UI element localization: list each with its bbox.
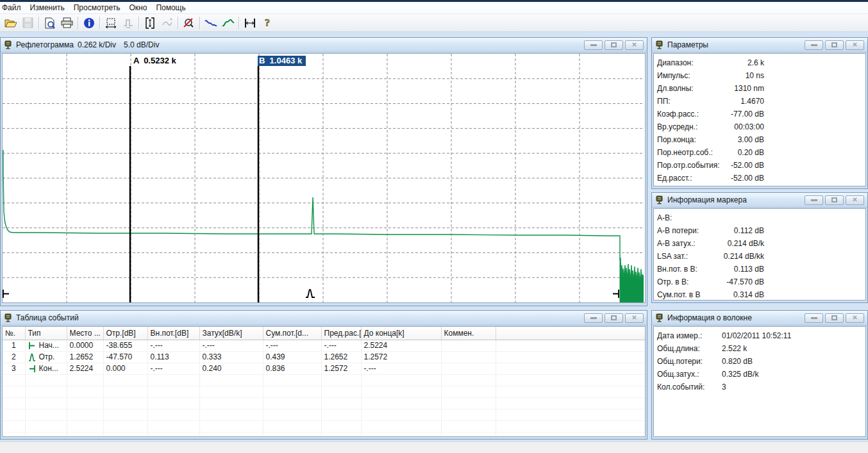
toolbar-separator [178, 17, 178, 29]
fiber-info-value: 0.325 dB/k [722, 368, 758, 381]
minimize-button[interactable] [805, 195, 823, 205]
window-icon [655, 40, 664, 49]
close-icon: ✕ [852, 315, 857, 321]
col-to-end[interactable]: До конца[k] [361, 327, 441, 340]
marker-distance-icon[interactable] [241, 15, 258, 31]
event-type[interactable]: Нач... [25, 340, 67, 351]
event-row[interactable]: 3 Кон... 2.5224 0.000 -.--- 0.240 0.836 … [3, 363, 646, 374]
close-button[interactable]: ✕ [625, 313, 644, 323]
fiber-info-window: Информация о волокне ✕ Дата измер.:01/02… [651, 310, 868, 440]
event-end-icon [610, 288, 621, 299]
marker-info-row: A-B затух.:0.214 dB/k [654, 237, 865, 250]
toolbar-separator [138, 17, 139, 29]
param-value: 1.4670 [654, 95, 764, 108]
col-location[interactable]: Место ... [67, 327, 103, 340]
marker-b-label[interactable]: B 1.0463 k [258, 56, 306, 66]
events-table-window: Таблица событий ✕ №. Тип Место ... Отр.[… [0, 310, 647, 440]
event-number[interactable]: 2 [3, 351, 25, 363]
toolbar-separator [199, 17, 200, 29]
minimize-button[interactable] [584, 313, 603, 323]
param-value: -52.00 dB [654, 159, 764, 172]
restore-button[interactable] [825, 313, 844, 323]
marker-info-value: 0.314 dB [654, 288, 764, 301]
col-number[interactable]: №. [3, 327, 25, 340]
menu-help[interactable]: Помощь [154, 2, 191, 14]
marker-info-window-titlebar[interactable]: Информация маркера ✕ [652, 193, 867, 208]
menu-view[interactable]: Просмотреть [72, 2, 126, 14]
window-icon [655, 313, 664, 322]
events-table: №. Тип Место ... Отр.[dB] Вн.пот.[dB] За… [3, 327, 646, 437]
event-row[interactable]: 1 Нач... 0.0000 -38.655 -.--- -.--- -.--… [3, 340, 646, 351]
col-reflection[interactable]: Отр.[dB] [103, 327, 147, 340]
restore-icon [611, 315, 617, 320]
restore-button[interactable] [825, 195, 844, 205]
help-icon[interactable]: ? [258, 15, 276, 31]
expand-horizontal-icon[interactable] [102, 15, 119, 31]
trace-scale-x: 0.262 k/Div [78, 40, 116, 49]
param-value: 1310 nm [654, 82, 764, 95]
close-button[interactable]: ✕ [846, 195, 864, 205]
scale-vertical-icon[interactable] [141, 15, 158, 31]
parameters-window-title: Параметры [667, 40, 708, 49]
trace-overlay-green-icon[interactable] [219, 15, 237, 31]
restore-button[interactable] [605, 40, 623, 50]
col-prev-dist[interactable]: Пред.рас.[k] [321, 327, 361, 340]
open-file-icon[interactable] [2, 15, 19, 31]
fiber-info-label: Дата измер.: [657, 331, 702, 340]
close-icon: ✕ [631, 42, 637, 48]
trace-overlay-blue-icon[interactable] [202, 15, 219, 31]
parameters-window-titlebar[interactable]: Параметры ✕ [652, 38, 867, 53]
zoom-off-icon[interactable] [180, 15, 197, 31]
restore-button[interactable] [825, 40, 844, 50]
col-type[interactable]: Тип [25, 327, 67, 340]
menu-edit[interactable]: Изменить [28, 2, 71, 14]
fiber-info-row: Общ.потери:0.820 dB [654, 355, 865, 368]
event-row[interactable]: 2 Отр. 1.2652 -47.570 0.113 0.333 0.439 … [3, 351, 646, 363]
menu-file[interactable]: Файл [0, 2, 27, 14]
shift-pulse-icon[interactable] [158, 15, 176, 31]
print-preview-icon[interactable] [41, 15, 58, 31]
trace-window: Рефлетограмма 0.262 k/Div 5.0 dB/Div ✕ A… [0, 37, 647, 306]
marker-a-label[interactable]: A 0.5232 k [133, 56, 176, 66]
col-cum-loss[interactable]: Сум.пот.[d... [263, 327, 321, 340]
event-type[interactable]: Отр. [25, 351, 67, 363]
param-value: 2.6 k [654, 56, 764, 69]
info-icon[interactable] [80, 15, 97, 31]
parameters-panel: Диапазон:2.6 k Импульс:10 ns Дл.волны:13… [653, 53, 866, 186]
col-comment[interactable]: Коммен. [441, 327, 496, 340]
event-number[interactable]: 1 [3, 340, 25, 351]
toolbar: ? [0, 14, 868, 32]
param-row: Пор.конца:3.00 dB [654, 133, 865, 146]
menu-window[interactable]: Окно [127, 2, 153, 14]
param-row: Ед.расст.:-52.00 dB [654, 172, 865, 185]
marker-info-row: Вн.пот. в B:0.113 dB [654, 263, 865, 276]
restore-button[interactable] [605, 313, 623, 323]
close-button[interactable]: ✕ [846, 313, 864, 323]
trace-plot-svg[interactable] [3, 54, 644, 302]
minimize-button[interactable] [584, 40, 603, 50]
trace-plot[interactable]: A 0.5232 k B 1.0463 k [2, 53, 646, 303]
marker-info-label: A-B: [657, 213, 672, 222]
save-icon[interactable] [19, 15, 37, 31]
col-splice-loss[interactable]: Вн.пот.[dB] [147, 327, 199, 340]
col-attenuation[interactable]: Затух[dB/k] [199, 327, 263, 340]
events-window-titlebar[interactable]: Таблица событий ✕ [1, 311, 647, 325]
minimize-button[interactable] [805, 313, 823, 323]
param-value: 10 ns [654, 69, 764, 82]
close-button[interactable]: ✕ [846, 40, 864, 50]
expand-pulse-icon[interactable] [119, 15, 137, 31]
close-button[interactable]: ✕ [625, 40, 644, 50]
event-number[interactable]: 3 [3, 363, 25, 374]
fiber-info-row: Кол.событий:3 [654, 381, 865, 393]
events-window-title: Таблица событий [16, 313, 79, 322]
event-type[interactable]: Кон... [25, 363, 67, 374]
minimize-icon [590, 44, 597, 46]
fiber-info-window-titlebar[interactable]: Информация о волокне ✕ [652, 311, 867, 325]
fiber-info-value: 3 [722, 381, 726, 393]
fiber-info-value: 0.820 dB [722, 355, 753, 368]
trace-window-titlebar[interactable]: Рефлетограмма 0.262 k/Div 5.0 dB/Div ✕ [1, 38, 647, 53]
marker-info-window-title: Информация маркера [667, 195, 747, 204]
print-icon[interactable] [58, 15, 76, 31]
minimize-button[interactable] [805, 40, 823, 50]
minimize-icon [811, 317, 817, 319]
